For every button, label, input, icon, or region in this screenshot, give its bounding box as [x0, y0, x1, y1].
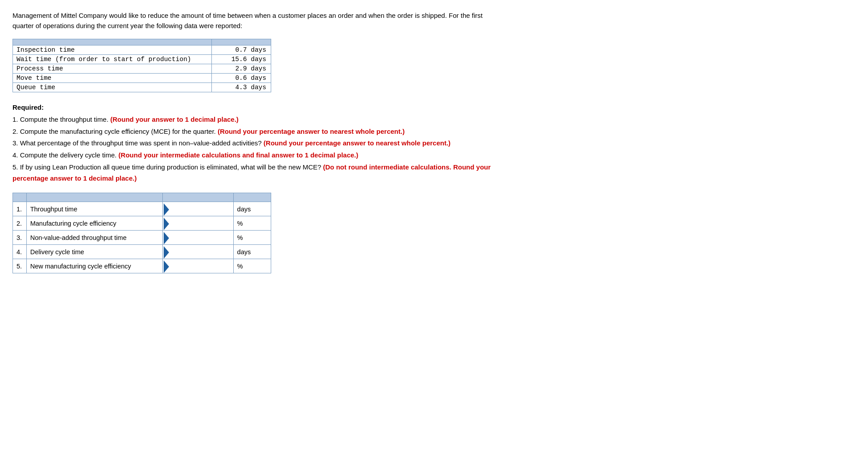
required-item-bold-red: (Round your answer to 1 decimal place.): [110, 116, 239, 123]
answer-table-row: 3. Non-value-added throughput time %: [13, 231, 271, 245]
data-row-label: Wait time (from order to start of produc…: [13, 55, 212, 64]
answer-row-desc: Delivery cycle time: [26, 245, 163, 259]
answer-input-field[interactable]: [169, 259, 233, 273]
answer-row-input-cell[interactable]: [163, 259, 233, 273]
data-table-row: Wait time (from order to start of produc…: [13, 55, 271, 64]
required-item-5: 5. If by using Lean Production all queue…: [12, 162, 503, 184]
answer-table-row: 1. Throughput time days: [13, 202, 271, 216]
required-section: Required: 1. Compute the throughput time…: [12, 102, 503, 184]
answer-row-input-cell[interactable]: [163, 245, 233, 259]
data-row-label: Process time: [13, 64, 212, 74]
answer-table-header-num: [13, 193, 27, 202]
data-table: Inspection time 0.7 days Wait time (from…: [12, 39, 271, 92]
required-item-bold-red: (Round your percentage answer to nearest…: [264, 139, 451, 147]
required-item-4: 4. Compute the delivery cycle time. (Rou…: [12, 150, 503, 161]
answer-row-desc: New manufacturing cycle efficiency: [26, 259, 163, 273]
answer-row-unit: %: [233, 231, 271, 245]
answer-row-num: 5.: [13, 259, 27, 273]
answer-row-num: 4.: [13, 245, 27, 259]
required-item-3: 3. What percentage of the throughput tim…: [12, 138, 503, 149]
required-heading: Required:: [12, 103, 44, 111]
triangle-icon: [164, 260, 169, 273]
answer-row-num: 3.: [13, 231, 27, 245]
answer-row-input-cell[interactable]: [163, 216, 233, 231]
answer-row-input-cell[interactable]: [163, 202, 233, 216]
answer-table-row: 5. New manufacturing cycle efficiency %: [13, 259, 271, 273]
intro-text: Management of Mittel Company would like …: [12, 11, 503, 31]
answer-row-input-cell[interactable]: [163, 231, 233, 245]
data-table-row: Inspection time 0.7 days: [13, 45, 271, 55]
data-table-row: Process time 2.9 days: [13, 64, 271, 74]
data-table-row: Move time 0.6 days: [13, 74, 271, 83]
answer-row-unit: days: [233, 202, 271, 216]
answer-table-header-unit: [233, 193, 271, 202]
data-row-value: 15.6 days: [212, 55, 271, 64]
data-table-row: Queue time 4.3 days: [13, 83, 271, 92]
data-row-label: Move time: [13, 74, 212, 83]
answer-table-header-input: [163, 193, 233, 202]
answer-row-unit: days: [233, 245, 271, 259]
required-item-2: 2. Compute the manufacturing cycle effic…: [12, 126, 503, 137]
required-item-bold-red: (Do not round intermediate calculations.…: [12, 163, 491, 182]
triangle-icon: [164, 246, 169, 259]
answer-input-field[interactable]: [169, 231, 233, 244]
data-row-value: 2.9 days: [212, 64, 271, 74]
answer-row-desc: Throughput time: [26, 202, 163, 216]
answer-row-desc: Manufacturing cycle efficiency: [26, 216, 163, 231]
data-row-value: 0.7 days: [212, 45, 271, 55]
required-item-1: 1. Compute the throughput time. (Round y…: [12, 114, 503, 125]
data-row-label: Queue time: [13, 83, 212, 92]
data-row-value: 4.3 days: [212, 83, 271, 92]
data-table-header-col2: [212, 39, 271, 45]
answer-table-row: 2. Manufacturing cycle efficiency %: [13, 216, 271, 231]
answer-input-field[interactable]: [169, 202, 233, 216]
answer-input-field[interactable]: [169, 216, 233, 230]
answer-row-num: 2.: [13, 216, 27, 231]
answer-row-desc: Non-value-added throughput time: [26, 231, 163, 245]
data-row-value: 0.6 days: [212, 74, 271, 83]
answer-row-unit: %: [233, 259, 271, 273]
triangle-icon: [164, 218, 169, 230]
triangle-icon: [164, 232, 169, 244]
answer-table-header-desc: [26, 193, 163, 202]
triangle-icon: [164, 203, 169, 216]
required-item-bold-red: (Round your intermediate calculations an…: [119, 151, 359, 159]
data-table-header-col1: [13, 39, 212, 45]
answer-table: 1. Throughput time days 2. Manufacturing…: [12, 193, 271, 273]
data-row-label: Inspection time: [13, 45, 212, 55]
answer-row-num: 1.: [13, 202, 27, 216]
answer-input-field[interactable]: [169, 245, 233, 259]
answer-row-unit: %: [233, 216, 271, 231]
answer-table-row: 4. Delivery cycle time days: [13, 245, 271, 259]
required-item-bold-red: (Round your percentage answer to nearest…: [218, 128, 405, 135]
